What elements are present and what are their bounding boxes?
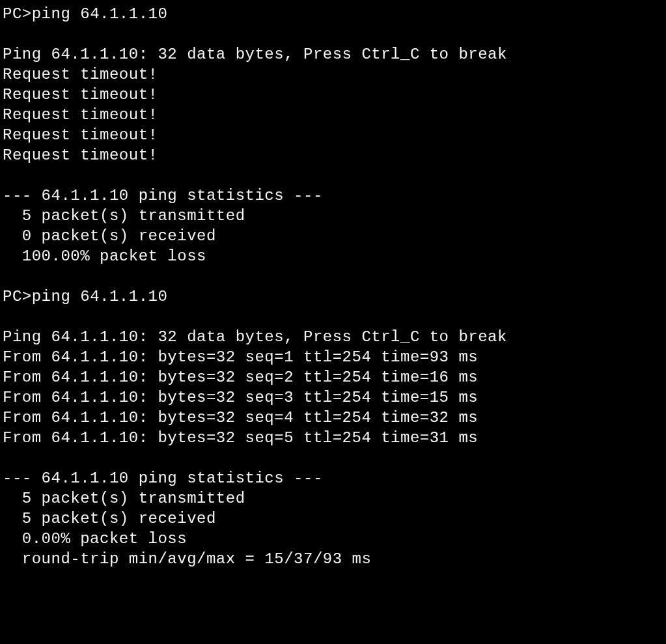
ping-reply: From 64.1.1.10: bytes=32 seq=5 ttl=254 t…: [3, 429, 478, 447]
ping-header: Ping 64.1.1.10: 32 data bytes, Press Ctr…: [3, 46, 507, 63]
stats-line: 5 packet(s) transmitted: [3, 207, 245, 225]
prompt: PC>: [3, 288, 32, 305]
ping-reply: From 64.1.1.10: bytes=32 seq=3 ttl=254 t…: [3, 389, 478, 406]
stats-line: 0.00% packet loss: [3, 530, 187, 548]
stats-line: 0 packet(s) received: [3, 227, 216, 245]
ping-header: Ping 64.1.1.10: 32 data bytes, Press Ctr…: [3, 328, 507, 346]
stats-line: 5 packet(s) received: [3, 510, 216, 527]
terminal-output[interactable]: PC>ping 64.1.1.10 Ping 64.1.1.10: 32 dat…: [0, 0, 666, 573]
command-text: ping 64.1.1.10: [32, 288, 168, 305]
ping-reply: Request timeout!: [3, 106, 158, 124]
ping-reply: From 64.1.1.10: bytes=32 seq=2 ttl=254 t…: [3, 369, 478, 386]
ping-reply: From 64.1.1.10: bytes=32 seq=1 ttl=254 t…: [3, 348, 478, 366]
stats-line: 5 packet(s) transmitted: [3, 490, 245, 507]
stats-line: round-trip min/avg/max = 15/37/93 ms: [3, 550, 371, 568]
command-text: ping 64.1.1.10: [32, 5, 168, 23]
stats-line: 100.00% packet loss: [3, 247, 206, 265]
ping-reply: Request timeout!: [3, 147, 158, 164]
stats-title: --- 64.1.1.10 ping statistics ---: [3, 187, 323, 204]
prompt: PC>: [3, 5, 32, 23]
ping-reply: Request timeout!: [3, 86, 158, 104]
ping-reply: From 64.1.1.10: bytes=32 seq=4 ttl=254 t…: [3, 409, 478, 427]
ping-reply: Request timeout!: [3, 66, 158, 83]
ping-reply: Request timeout!: [3, 126, 158, 144]
stats-title: --- 64.1.1.10 ping statistics ---: [3, 469, 323, 487]
